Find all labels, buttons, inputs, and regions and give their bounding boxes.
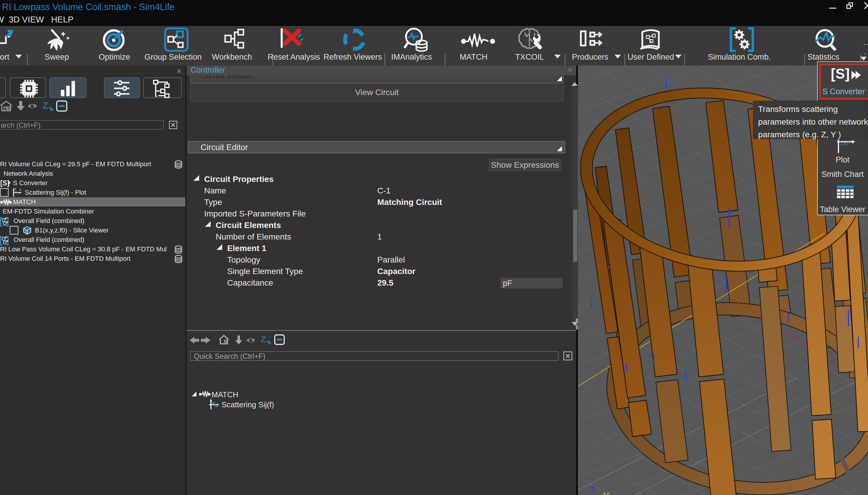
svg-text:Z: Z xyxy=(42,100,48,111)
svg-text:Y: Y xyxy=(603,490,610,495)
svg-text:Z: Z xyxy=(260,334,266,344)
svg-text:Y: Y xyxy=(14,187,17,191)
svg-text:Z: Z xyxy=(590,485,596,495)
svg-text:x: x xyxy=(19,188,21,191)
